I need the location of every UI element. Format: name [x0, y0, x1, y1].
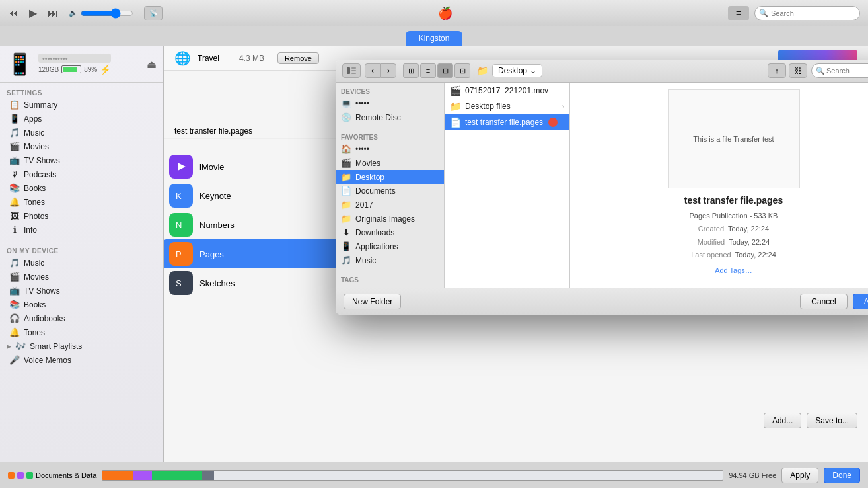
location-chevron: ⌄: [530, 66, 536, 75]
preview-sample-text: This is a file Transfer test: [693, 135, 774, 143]
device-details: •••••••••• 128GB 89% ⚡: [38, 54, 111, 75]
airplay-button[interactable]: 📡: [144, 6, 163, 20]
dialog-share-button[interactable]: ↑: [768, 63, 786, 78]
dialog-fav-2017[interactable]: 📁 2017: [336, 198, 444, 212]
dialog-fav-movies[interactable]: 🎬 Movies: [336, 156, 444, 170]
dialog-downloads-icon: ⬇: [341, 227, 351, 237]
sidebar-item-voice-memos[interactable]: 🎤 Voice Memos: [0, 353, 163, 367]
dialog-link-button[interactable]: ⛓: [789, 63, 807, 78]
pages-file-name: test transfer file.pages: [465, 118, 543, 127]
dialog-add-button[interactable]: Add: [853, 294, 868, 309]
sidebar-item-summary[interactable]: 📋 Summary: [0, 98, 163, 112]
summary-label: Summary: [24, 101, 57, 110]
storage-bar: [102, 470, 723, 481]
photos-icon: 🖼: [9, 211, 20, 221]
dialog-column-view[interactable]: ⊟: [437, 63, 453, 78]
sidebar-item-info[interactable]: ℹ Info: [0, 223, 163, 237]
fast-forward-button[interactable]: ⏭: [48, 7, 58, 19]
dialog-forward-button[interactable]: ›: [380, 63, 396, 78]
device-music-label: Music: [24, 259, 44, 268]
dialog-file-desktop-files[interactable]: 📁 Desktop files ›: [445, 99, 569, 114]
dialog-location-button[interactable]: Desktop ⌄: [492, 64, 542, 77]
add-tags-link[interactable]: Add Tags…: [690, 264, 778, 278]
dialog-originals-label: Originals Images: [355, 214, 415, 224]
sidebar-item-device-music[interactable]: 🎵 Music: [0, 256, 163, 270]
volume-slider[interactable]: [81, 8, 133, 19]
dialog-list-view[interactable]: ≡: [420, 63, 436, 78]
sidebar-item-apps[interactable]: 📱 Apps: [0, 112, 163, 126]
podcasts-icon: 🎙: [9, 169, 20, 179]
svg-rect-11: [351, 67, 356, 69]
dialog-location: 📁 Desktop ⌄: [477, 63, 761, 78]
dialog-fav-applications[interactable]: 📱 Applications: [336, 239, 444, 253]
sidebar-item-device-movies[interactable]: 🎬 Movies: [0, 270, 163, 284]
list-view-button[interactable]: ≡: [728, 6, 749, 20]
device-books-icon: 📚: [9, 300, 20, 309]
storage-label: Documents & Data: [36, 471, 96, 479]
device-tab-kingston[interactable]: Kingston: [406, 31, 463, 46]
dialog-fav-downloads[interactable]: ⬇ Downloads: [336, 225, 444, 239]
bottom-bar: Documents & Data 94.94 GB Free Apply Don…: [0, 462, 868, 488]
dialog-remote-disc-icon: 💿: [341, 112, 351, 122]
modified-value: Today, 22:24: [729, 238, 770, 246]
dialog-cancel-button[interactable]: Cancel: [800, 294, 847, 309]
storage-label: 128GB: [38, 66, 59, 73]
dialog-fav-home[interactable]: 🏠 •••••: [336, 142, 444, 156]
dialog-fav-music[interactable]: 🎵 Music: [336, 253, 444, 267]
new-folder-button[interactable]: New Folder: [344, 294, 401, 309]
dialog-search-input[interactable]: [811, 63, 868, 78]
movies-icon: 🎬: [9, 142, 20, 151]
created-label: Created: [698, 225, 724, 233]
dialog-sidebar-remote-disc[interactable]: 💿 Remote Disc: [336, 110, 444, 124]
svg-rect-10: [347, 67, 350, 74]
sidebar-item-device-audiobooks[interactable]: 🎧 Audiobooks: [0, 311, 163, 325]
sidebar-item-device-books[interactable]: 📚 Books: [0, 298, 163, 311]
app-legend-color: [26, 472, 33, 479]
dialog-fav-documents[interactable]: 📄 Documents: [336, 184, 444, 198]
title-center: 🍎: [438, 6, 452, 20]
created-value: Today, 22:24: [728, 225, 769, 233]
device-music-icon: 🎵: [9, 258, 20, 268]
device-tones-icon: 🔔: [9, 327, 20, 337]
sidebar-item-photos[interactable]: 🖼 Photos: [0, 209, 163, 223]
sidebar-item-smart-playlists[interactable]: ▶ 🎶 Smart Playlists: [0, 339, 163, 353]
sidebar-item-device-tvshows[interactable]: 📺 TV Shows: [0, 284, 163, 298]
dialog-back-button[interactable]: ‹: [365, 63, 380, 78]
sidebar-item-podcasts[interactable]: 🎙 Podcasts: [0, 167, 163, 181]
dialog-icon-view[interactable]: ⊞: [403, 63, 419, 78]
playback-controls: ⏮ ▶ ⏭ 🔈 📡: [8, 6, 163, 20]
battery-row: 128GB 89% ⚡: [38, 64, 111, 75]
movies-label: Movies: [24, 142, 49, 151]
dialog-tags-section: Tags: [336, 271, 444, 288]
sidebar-item-tones[interactable]: 🔔 Tones: [0, 195, 163, 209]
dialog-sidebar-toggle[interactable]: [342, 63, 361, 78]
rewind-button[interactable]: ⏮: [8, 7, 18, 19]
dialog-fav-desktop[interactable]: 📁 Desktop: [336, 170, 444, 184]
sidebar-item-tv-shows[interactable]: 📺 TV Shows: [0, 153, 163, 167]
dialog-fav-music-label: Music: [355, 256, 376, 265]
play-button[interactable]: ▶: [29, 7, 37, 19]
tv-shows-label: TV Shows: [24, 156, 60, 165]
sidebar-item-music[interactable]: 🎵 Music: [0, 126, 163, 140]
voice-memos-icon: 🎤: [9, 355, 20, 365]
dialog-gallery-view[interactable]: ⊡: [454, 63, 470, 78]
smart-playlists-label: Smart Playlists: [30, 342, 82, 351]
expand-icon: ▶: [7, 343, 11, 350]
eject-button[interactable]: ⏏: [147, 58, 157, 71]
books-label: Books: [24, 184, 46, 193]
sidebar-item-books[interactable]: 📚 Books: [0, 181, 163, 195]
apply-button[interactable]: Apply: [781, 468, 818, 483]
sidebar-item-device-tones[interactable]: 🔔 Tones: [0, 325, 163, 339]
preview-file-type: Pages Publication - 533 KB: [690, 210, 778, 223]
device-tones-label: Tones: [24, 328, 45, 337]
search-input[interactable]: [754, 6, 860, 20]
sidebar-item-movies[interactable]: 🎬 Movies: [0, 140, 163, 153]
dialog-sidebar-device[interactable]: 💻 •••••: [336, 97, 444, 110]
done-button[interactable]: Done: [824, 468, 860, 483]
mov-file-name: 07152017_221201.mov: [465, 86, 548, 95]
dialog-fav-originals[interactable]: 📁 Originals Images: [336, 212, 444, 225]
dialog-file-pages[interactable]: 📄 test transfer file.pages: [445, 114, 569, 130]
dialog-file-mov[interactable]: 🎬 07152017_221201.mov: [445, 83, 569, 99]
dialog-toolbar: ‹ › ⊞ ≡ ⊟ ⊡ 📁 Desktop: [336, 60, 868, 83]
location-folder-icon: 📁: [477, 65, 488, 76]
